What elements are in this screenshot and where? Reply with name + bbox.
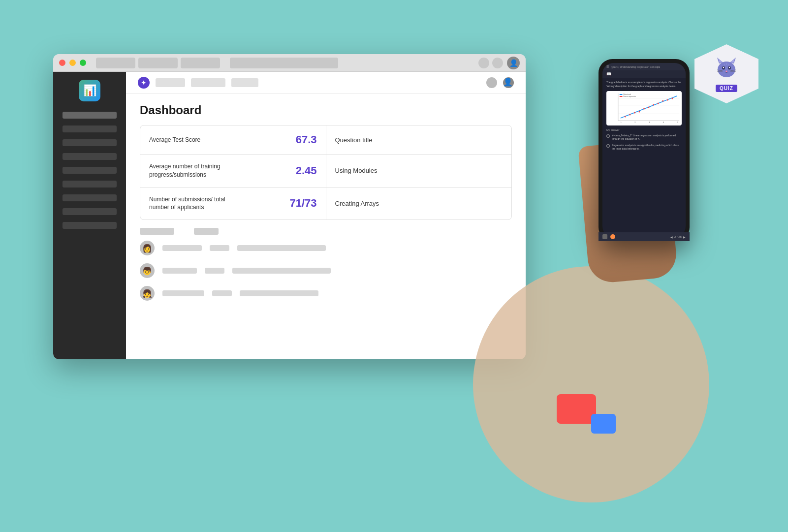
- phone-nav-icon-1[interactable]: [602, 234, 607, 237]
- sidebar-item-5[interactable]: [63, 167, 117, 174]
- svg-point-9: [639, 111, 640, 113]
- sidebar-item-3[interactable]: [63, 139, 117, 146]
- stat-text-question-title: Question title: [335, 136, 373, 144]
- sidebar: 📊: [53, 72, 126, 359]
- svg-text:Linear regression: Linear regression: [623, 95, 636, 97]
- traffic-light-red[interactable]: [59, 60, 65, 66]
- sidebar-item-9[interactable]: [63, 222, 117, 229]
- svg-point-16: [671, 98, 673, 99]
- cell-bar-1: [237, 245, 326, 251]
- traffic-light-yellow[interactable]: [69, 60, 76, 66]
- stat-value-submissions: 71/73: [289, 197, 316, 210]
- phone-prev-btn[interactable]: ◀: [670, 235, 673, 238]
- main-header: Dashboard: [126, 94, 526, 125]
- phone-screen: ☰ [Quiz 1] Understanding Regression Conc…: [602, 63, 686, 237]
- svg-point-14: [662, 100, 663, 102]
- user-avatar[interactable]: 👤: [507, 57, 520, 69]
- cell-score-1: [210, 245, 229, 251]
- browser-window: 👤 📊 ✦: [53, 54, 526, 359]
- quiz-label: QUIZ: [716, 85, 737, 92]
- svg-text:2: 2: [634, 121, 635, 124]
- phone-fire-icon: [610, 234, 615, 237]
- phone-my-answer-label: My answer: [606, 128, 682, 131]
- stat-value-avg-score: 67.3: [296, 133, 317, 146]
- avatar-1: 👩: [140, 241, 155, 255]
- phone-bottom-bar: ◀ 2 / 25 ▶: [602, 232, 686, 237]
- phone-topbar: ☰ [Quiz 1] Understanding Regression Conc…: [602, 63, 686, 70]
- nav-tab-1[interactable]: [156, 78, 185, 87]
- sidebar-item-1[interactable]: [63, 112, 117, 119]
- address-bar[interactable]: [230, 58, 338, 68]
- table-header: [140, 228, 512, 235]
- browser-tab-3[interactable]: [181, 58, 220, 68]
- browser-tabs: [96, 58, 220, 68]
- phone-quiz-title: [Quiz 1] Understanding Regression Concep…: [611, 65, 660, 68]
- th-score: [194, 228, 219, 235]
- sidebar-item-4[interactable]: [63, 153, 117, 160]
- phone-nav-icons: [602, 234, 615, 237]
- main-content: ✦ 👤 Dashboard Average Test Score 67.3: [126, 72, 526, 359]
- stat-label-avg-score: Average Test Score: [149, 136, 200, 144]
- browser-actions: [478, 58, 503, 68]
- phone-option-2-text: Regression analysis is an algorithm for …: [612, 144, 682, 151]
- browser-action-2[interactable]: [492, 58, 503, 68]
- sidebar-item-6[interactable]: [63, 181, 117, 188]
- svg-point-33: [723, 67, 724, 68]
- cell-score-2: [205, 268, 224, 274]
- cat-icon: [714, 56, 739, 81]
- phone-option-1[interactable]: Y=beta_0+beta_1* Linear regression analy…: [606, 134, 682, 141]
- svg-point-12: [653, 104, 654, 106]
- phone-radio-1[interactable]: [606, 134, 610, 138]
- table-row-2: 👦: [140, 263, 512, 278]
- red-card-deco: [557, 394, 596, 424]
- nav-avatar[interactable]: 👤: [503, 77, 514, 88]
- sidebar-item-7[interactable]: [63, 194, 117, 201]
- sidebar-logo[interactable]: 📊: [79, 80, 100, 101]
- stat-label-avg-training: Average number of training progress/subm…: [149, 162, 238, 179]
- svg-text:1: 1: [621, 121, 622, 124]
- phone-container: ☰ [Quiz 1] Understanding Regression Conc…: [599, 59, 697, 241]
- sidebar-item-8[interactable]: [63, 208, 117, 215]
- phone-option-2[interactable]: Regression analysis is an algorithm for …: [606, 144, 682, 151]
- stat-card-question-title: Question title: [326, 125, 512, 154]
- nav-icon-1[interactable]: [486, 77, 497, 88]
- nav-logo: ✦: [138, 77, 150, 89]
- svg-point-6: [625, 116, 626, 118]
- svg-point-15: [667, 99, 668, 101]
- table-row-1: 👩: [140, 241, 512, 255]
- stat-text-using-modules: Using Modules: [335, 167, 378, 174]
- table-area: 👩 👦 👧: [126, 220, 526, 316]
- phone-next-btn[interactable]: ▶: [683, 235, 686, 238]
- phone-radio-2[interactable]: [606, 144, 610, 148]
- stat-text-creating-arrays: Creating Arrays: [335, 200, 379, 207]
- phone-chart: 1 2 3 4 5 Data trend Linear regression: [606, 91, 682, 125]
- browser-tab-1[interactable]: [96, 58, 135, 68]
- browser-action-1[interactable]: [478, 58, 489, 68]
- stat-card-submissions: Number of submissions/ total number of a…: [140, 188, 326, 220]
- cell-name-2: [162, 268, 197, 274]
- svg-point-11: [648, 107, 650, 108]
- svg-point-8: [634, 112, 635, 114]
- svg-point-7: [629, 114, 630, 116]
- stat-value-avg-training: 2.45: [296, 164, 317, 177]
- cell-name-3: [162, 290, 204, 296]
- page-title: Dashboard: [140, 103, 512, 117]
- avatar-2: 👦: [140, 263, 155, 278]
- th-name: [140, 228, 174, 235]
- sidebar-item-2[interactable]: [63, 125, 117, 132]
- stat-card-avg-score: Average Test Score 67.3: [140, 125, 326, 154]
- nav-tab-3[interactable]: [231, 78, 258, 87]
- stat-label-submissions: Number of submissions/ total number of a…: [149, 195, 238, 212]
- phone-frame: ☰ [Quiz 1] Understanding Regression Conc…: [599, 59, 690, 241]
- phone-content: The graph below is an example of a regre…: [602, 78, 686, 156]
- top-nav: ✦ 👤: [126, 72, 526, 94]
- cell-score-3: [212, 290, 232, 296]
- svg-point-10: [643, 108, 645, 110]
- svg-point-34: [729, 67, 730, 68]
- svg-point-13: [658, 103, 659, 104]
- cell-bar-2: [232, 268, 331, 274]
- browser-tab-2[interactable]: [138, 58, 178, 68]
- blue-deco: [591, 414, 616, 434]
- traffic-light-green[interactable]: [80, 60, 86, 66]
- nav-tab-2[interactable]: [191, 78, 225, 87]
